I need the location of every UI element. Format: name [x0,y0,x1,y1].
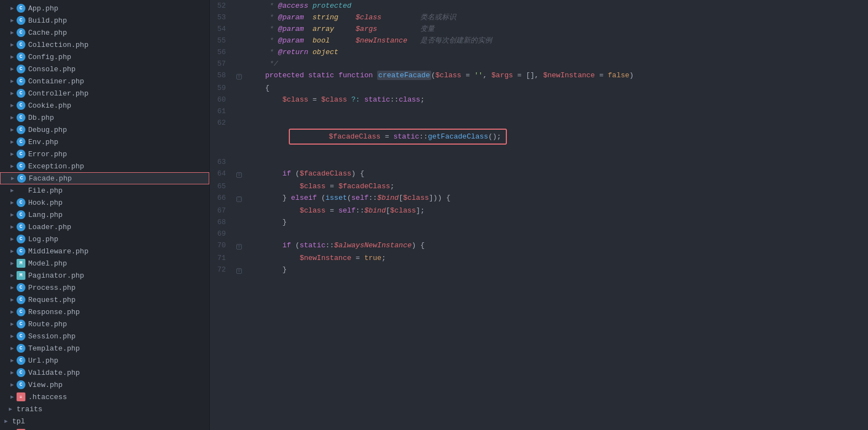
file-item-env[interactable]: ▶ C Env.php [0,136,209,148]
fold-icon[interactable]: □ [236,197,242,202]
line-number: 68 [210,216,235,228]
code-line [244,156,868,168]
file-item-error[interactable]: ▶ C Error.php [0,148,209,160]
filename: Container.php [28,77,84,86]
arrow-icon: ▶ [9,394,15,400]
fold-col [235,205,244,216]
file-item-config[interactable]: ▶ C Config.php [0,51,209,63]
code-line: protected static function createFacade($… [244,70,868,82]
file-item-gitignore[interactable]: ≡ .gitignore [0,427,209,430]
file-item-controller[interactable]: ▶ C Controller.php [0,87,209,99]
arrow-icon: ▶ [9,102,15,109]
fold-col[interactable]: ▽ [235,264,244,277]
fold-col[interactable]: ▽ [235,168,244,181]
fold-icon[interactable]: ▽ [236,244,242,249]
file-item-app[interactable]: ▶ C App.php [0,2,209,14]
folder-arrow-icon: ▶ [4,418,11,424]
file-item-session[interactable]: ▶ C Session.php [0,330,209,342]
arrow-icon: ▶ [9,54,15,60]
fold-col[interactable]: ▽ [235,240,244,252]
filename: View.php [28,381,62,389]
fold-icon[interactable]: ▽ [236,268,242,274]
line-number: 54 [210,23,235,35]
code-line: { [244,82,868,94]
class-icon: C [17,16,25,25]
table-row: 61 [210,105,868,117]
file-item-debug[interactable]: ▶ C Debug.php [0,124,209,136]
fold-col [235,252,244,264]
table-row: 70 ▽ if (static::$alwaysNewInstance) { [210,240,868,252]
filename: Paginator.php [28,272,84,280]
fold-icon[interactable]: ▽ [236,74,242,79]
file-item-htaccess[interactable]: ▶ ≡ .htaccess [0,391,209,403]
arrow-icon: ▶ [9,163,15,169]
table-row: 67 $class = self::$bind[$class]; [210,205,868,216]
arrow-icon: ▶ [9,78,15,84]
arrow-icon: ▶ [9,41,15,48]
arrow-icon: ▶ [9,236,15,242]
code-line: } [244,264,868,277]
line-number: 63 [210,156,235,168]
line-number: 67 [210,205,235,216]
file-item-validate[interactable]: ▶ C Validate.php [0,367,209,379]
file-item-container[interactable]: ▶ C Container.php [0,75,209,87]
file-item-file[interactable]: ▶ File.php [0,184,209,197]
code-line: * @param array $args 变量 [244,23,868,35]
class-icon: C [17,137,25,146]
table-row: 68 } [210,216,868,228]
file-item-url[interactable]: ▶ C Url.php [0,354,209,367]
file-item-paginator[interactable]: ▶ M Paginator.php [0,269,209,282]
folder-tpl[interactable]: ▶ tpl [0,415,209,427]
code-line [244,228,868,240]
file-item-cookie[interactable]: ▶ C Cookie.php [0,99,209,112]
filename: Template.php [28,344,80,353]
file-item-model[interactable]: ▶ M Model.php [0,257,209,269]
arrow-icon: ▶ [9,175,16,182]
file-item-template[interactable]: ▶ C Template.php [0,342,209,354]
folder-name: traits [17,405,43,413]
file-item-request[interactable]: ▶ C Request.php [0,294,209,306]
file-item-cache[interactable]: ▶ C Cache.php [0,26,209,39]
filename: Loader.php [28,223,71,231]
arrow-icon: ▶ [9,17,15,24]
file-item-console[interactable]: ▶ C Console.php [0,63,209,75]
fold-col [235,12,244,23]
arrow-icon: ▶ [9,357,15,364]
class-icon: C [17,40,25,49]
fold-col [235,23,244,35]
class-icon: C [17,28,25,37]
file-item-response[interactable]: ▶ C Response.php [0,306,209,318]
fold-col[interactable]: □ [235,192,244,205]
file-item-hook[interactable]: ▶ C Hook.php [0,197,209,209]
line-number: 72 [210,264,235,277]
file-item-db[interactable]: ▶ C Db.php [0,112,209,124]
class-icon: C [17,113,25,122]
class-icon: C [17,77,25,86]
folder-traits[interactable]: ▶ traits [0,403,209,415]
line-number: 71 [210,252,235,264]
fold-icon[interactable]: ▽ [236,172,242,178]
file-item-middleware[interactable]: ▶ C Middleware.php [0,245,209,257]
code-line: $facadeClass = static::getFacadeClass(); [244,117,868,156]
git-icon: ≡ [17,392,25,401]
file-item-facade[interactable]: ▶ C Facade.php [0,172,209,184]
table-row: 64 ▽ if ($facadeClass) { [210,168,868,181]
class-icon: C [17,198,25,207]
file-item-log[interactable]: ▶ C Log.php [0,233,209,245]
arrow-icon: ▶ [9,309,15,315]
file-item-exception[interactable]: ▶ C Exception.php [0,160,209,172]
fold-col[interactable]: ▽ [235,70,244,82]
filename: App.php [28,4,59,13]
class-icon: C [17,344,25,353]
filename: Exception.php [28,162,84,171]
filename: Process.php [28,284,76,292]
file-item-lang[interactable]: ▶ C Lang.php [0,209,209,221]
file-item-loader[interactable]: ▶ C Loader.php [0,221,209,233]
file-item-route[interactable]: ▶ C Route.php [0,318,209,330]
file-item-build[interactable]: ▶ C Build.php [0,14,209,26]
file-item-collection[interactable]: ▶ C Collection.php [0,39,209,51]
file-item-process[interactable]: ▶ C Process.php [0,282,209,294]
file-item-view[interactable]: ▶ C View.php [0,379,209,391]
line-number: 66 [210,192,235,205]
class-icon: C [17,320,25,328]
